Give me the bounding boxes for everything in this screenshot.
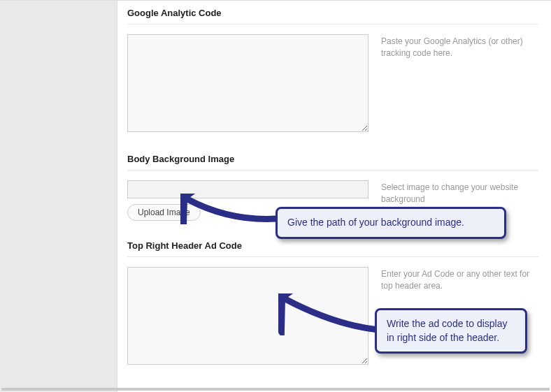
upload-image-button[interactable]: Upload Image xyxy=(127,204,201,221)
section-title-bodybg: Body Background Image xyxy=(127,154,538,170)
section-title-analytics: Google Analytic Code xyxy=(127,8,538,24)
callout-ad-code: Write the ad code to display in right si… xyxy=(375,308,527,354)
control-col-analytics xyxy=(127,34,368,134)
callout-bg-text: Give the path of your background image. xyxy=(287,217,464,228)
adcode-textarea[interactable] xyxy=(127,267,368,365)
callout-ad-text: Write the ad code to display in right si… xyxy=(387,318,508,343)
row-analytics: Paste your Google Analytics (or other) t… xyxy=(127,34,538,134)
bottom-border xyxy=(1,388,550,391)
section-title-adcode: Top Right Header Ad Code xyxy=(127,240,538,257)
control-col-adcode xyxy=(127,267,368,367)
section-analytics: Google Analytic Code Paste your Google A… xyxy=(127,8,538,134)
help-analytics: Paste your Google Analytics (or other) t… xyxy=(381,34,538,134)
bodybg-path-input[interactable] xyxy=(127,180,368,198)
sidebar xyxy=(0,1,117,392)
callout-bg-path: Give the path of your background image. xyxy=(276,207,506,239)
analytics-code-textarea[interactable] xyxy=(127,34,368,132)
